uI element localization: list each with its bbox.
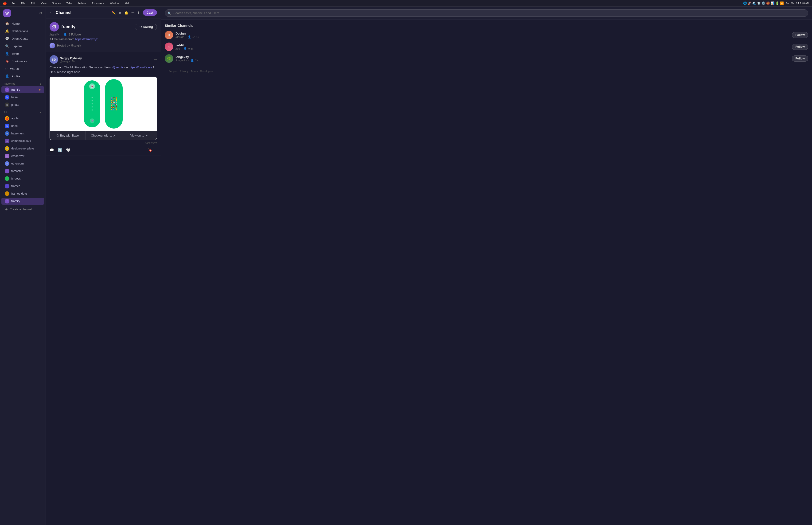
menu-arc[interactable]: Arc (11, 1, 16, 5)
checkout-label: Checkout with .. (91, 134, 112, 137)
teddit-follow-button[interactable]: Follow (792, 44, 808, 50)
checkout-button[interactable]: Checkout with .. ↗ (86, 131, 121, 140)
nav-notifications[interactable]: 🔔 Notifications (1, 28, 44, 34)
post-item: SD Sergiy Dybskiy @sergiy · 5s ··· (46, 52, 161, 156)
footer-support[interactable]: Support (168, 70, 178, 73)
design-follow-button[interactable]: Follow (792, 32, 808, 38)
fc-devs-label: fc-devs (11, 177, 21, 180)
pinata-favorite-avatar: p (5, 103, 10, 107)
create-icon: ⊕ (5, 208, 8, 211)
channel-feed: ← Channel ✏️ ★ 🔔 〰 ⬆ Cast 🖼 framify (46, 6, 161, 525)
longevity-follow-button[interactable]: Follow (792, 56, 808, 62)
longevity-info: longevity /longevity · 👤 2k (175, 55, 790, 62)
product-frame: 👻 👾 (49, 77, 157, 140)
design-followers-icon: 👤 (188, 35, 191, 39)
view-on-button[interactable]: View on ... ↗ (121, 131, 157, 140)
channel-name-row: 🖼 framify (49, 22, 75, 31)
design-avatar: D (165, 31, 173, 39)
post-actions: 💬 🔄 🤍 🔖 ↑ (49, 147, 157, 152)
menu-extensions[interactable]: Extensions (91, 1, 106, 5)
nav-direct-casts[interactable]: 💬 Direct Casts (1, 35, 44, 42)
menu-file[interactable]: File (20, 1, 26, 5)
frames-label: frames (11, 184, 20, 188)
direct-casts-icon: 💬 (5, 37, 9, 41)
sidebar-item-ethdenver[interactable]: e ethdenver (1, 152, 44, 160)
menu-window[interactable]: Window (109, 1, 120, 5)
favorites-collapse-icon[interactable]: ▲ (40, 82, 42, 85)
alert-icon[interactable]: 🔔 (124, 11, 128, 15)
share-post-button[interactable]: ↑ (155, 148, 157, 152)
sidebar-item-ethereum[interactable]: e ethereum (1, 160, 44, 167)
sidebar-item-base-hunt[interactable]: b base-hunt (1, 130, 44, 137)
nav-home[interactable]: 🏠 Home (1, 20, 44, 27)
menu-edit[interactable]: Edit (30, 1, 36, 5)
post-text-on: on (124, 65, 129, 69)
nav-explore[interactable]: 🔍 Explore (1, 43, 44, 49)
menu-spaces[interactable]: Spaces (51, 1, 62, 5)
sidebar-item-apple[interactable]: 🍎 apple (1, 115, 44, 122)
channel-host: S Hosted by @sergiy (49, 43, 157, 48)
nav-profile[interactable]: 👤 Profile (1, 73, 44, 80)
create-channel-btn[interactable]: ⊕ Create a channel (1, 206, 44, 213)
home-icon: 🏠 (5, 21, 9, 25)
save-button[interactable]: 🔖 (148, 148, 153, 152)
menu-archive[interactable]: Archive (77, 1, 87, 5)
search-input[interactable] (165, 10, 808, 17)
longevity-handle: /longevity (175, 59, 187, 62)
post-menu-icon[interactable]: ··· (154, 57, 157, 62)
cast-button[interactable]: Cast (143, 10, 157, 16)
product-image: 👻 👾 (50, 77, 157, 131)
sidebar-item-design-everydays[interactable]: d design-everydays (1, 145, 44, 152)
post-link[interactable]: https://framify.xyz (129, 65, 152, 69)
apple-label: apple (11, 117, 18, 120)
sidebar-item-base[interactable]: b base (1, 122, 44, 130)
campbuidl-avatar: c (5, 139, 10, 144)
sidebar-item-framify[interactable]: f framify (1, 198, 44, 205)
channel-header-left: ← Channel (49, 10, 72, 15)
menu-view[interactable]: View (40, 1, 47, 5)
channel-meta: /framify · 👤 1 Follower (49, 33, 157, 36)
footer-terms[interactable]: Terms (191, 70, 198, 73)
longevity-name: longevity (175, 55, 790, 59)
sidebar-item-pinata-favorite[interactable]: p pinata (1, 101, 44, 108)
nav-bookmarks[interactable]: 🔖 Bookmarks (1, 58, 44, 65)
channel-desc-text: All the frames from (49, 38, 75, 41)
like-button[interactable]: 🤍 (66, 148, 71, 152)
following-button[interactable]: Following (135, 24, 157, 30)
nav-invite[interactable]: 👤 Invite (1, 50, 44, 57)
sidebar-item-campbuidl[interactable]: c campbuidl2024 (1, 137, 44, 145)
create-channel-label: Create a channel (10, 208, 32, 211)
back-button[interactable]: ← (49, 11, 53, 15)
sidebar-item-frames[interactable]: f frames (1, 183, 44, 190)
sidebar-item-fc-devs[interactable]: f fc-devs (1, 175, 44, 182)
buy-with-base-button[interactable]: ⬡ Buy with Base (50, 131, 86, 140)
chart-icon[interactable]: 〰 (131, 11, 134, 15)
sidebar-item-farcaster[interactable]: f farcaster (1, 168, 44, 175)
channel-url[interactable]: https://framify.xyz (75, 38, 97, 41)
apple-logo-icon[interactable]: 🍎 (3, 1, 7, 5)
comment-button[interactable]: 💬 (49, 148, 54, 152)
search-bar-wrapper: 🔍 (165, 10, 808, 17)
view-external-icon: ↗ (145, 134, 148, 137)
sidebar-item-framify-favorite[interactable]: f framify ★ (1, 86, 44, 93)
menu-help[interactable]: Help (124, 1, 131, 5)
all-collapse-icon[interactable]: ▲ (40, 111, 42, 114)
teddit-avatar: t (165, 43, 173, 51)
edit-icon[interactable]: ✏️ (112, 11, 116, 15)
bookmark-star-icon[interactable]: ★ (119, 11, 121, 15)
framify-favorite-label: framify (11, 88, 20, 91)
recast-button[interactable]: 🔄 (58, 148, 62, 152)
share-icon[interactable]: ⬆ (137, 11, 140, 15)
nav-invite-label: Invite (12, 52, 19, 56)
menu-tabs[interactable]: Tabs (65, 1, 73, 5)
settings-icon[interactable]: ⚙ (39, 11, 42, 15)
snowboard-left: 👻 👾 (84, 80, 100, 127)
nav-warps[interactable]: ◇ Warps (1, 65, 44, 72)
post-mention[interactable]: @sergiy (112, 65, 124, 69)
sidebar-item-frames-devs[interactable]: f frames-devs (1, 190, 44, 197)
sidebar-item-base-favorite[interactable]: b base (1, 94, 44, 101)
footer-developers[interactable]: Developers (200, 70, 213, 73)
post-header: SD Sergiy Dybskiy @sergiy · 5s ··· (49, 55, 157, 64)
footer-privacy[interactable]: Privacy (180, 70, 188, 73)
app-container: W ⚙ 🏠 Home 🔔 Notifications 💬 Direct Cast… (0, 6, 812, 525)
